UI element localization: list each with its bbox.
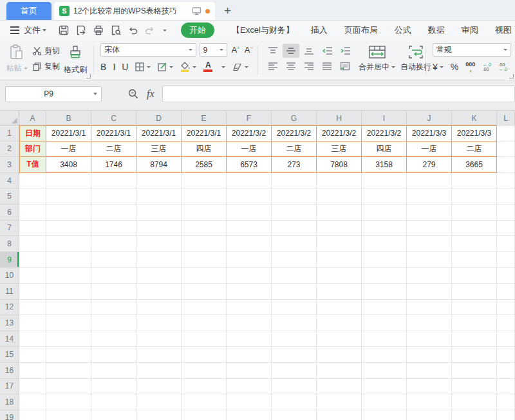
cell-L6[interactable]: [497, 205, 515, 221]
cell-E1[interactable]: 20221/3/1: [182, 125, 227, 142]
wrap-text-button[interactable]: 自动换行: [400, 44, 431, 80]
monitor-icon[interactable]: [192, 6, 201, 15]
cell-E17[interactable]: [182, 379, 227, 395]
align-left-icon[interactable]: [265, 59, 281, 73]
cell-F16[interactable]: [227, 363, 272, 379]
cell-L17[interactable]: [497, 379, 515, 395]
decrease-indent-icon[interactable]: [319, 44, 335, 58]
cell-E6[interactable]: [182, 205, 227, 221]
cell-D16[interactable]: [136, 363, 182, 379]
column-header-C[interactable]: C: [91, 111, 136, 125]
cell-C5[interactable]: [91, 188, 136, 205]
row-header-10[interactable]: 10: [0, 268, 19, 284]
cell-E3[interactable]: 2585: [182, 157, 227, 173]
cell-B11[interactable]: [46, 284, 91, 300]
cell-F13[interactable]: [227, 315, 272, 331]
cell-F2[interactable]: 一店: [227, 142, 272, 158]
cell-I8[interactable]: [362, 236, 407, 252]
cell-F8[interactable]: [227, 236, 272, 252]
cell-K17[interactable]: [452, 379, 497, 395]
cell-I14[interactable]: [362, 331, 407, 347]
cell-L18[interactable]: [497, 394, 515, 410]
cell-B14[interactable]: [46, 331, 91, 347]
cell-H16[interactable]: [317, 363, 362, 379]
cell-G1[interactable]: 20221/3/2: [272, 125, 317, 142]
row-header-14[interactable]: 14: [0, 331, 19, 347]
cell-E7[interactable]: [182, 221, 227, 237]
cell-L11[interactable]: [497, 284, 515, 300]
column-header-D[interactable]: D: [136, 111, 182, 125]
cell-J6[interactable]: [407, 205, 452, 221]
cell-F1[interactable]: 20221/3/2: [227, 125, 272, 142]
cell-J4[interactable]: [407, 173, 452, 189]
cell-I15[interactable]: [362, 347, 407, 363]
font-color-caret-icon[interactable]: [221, 66, 225, 68]
cell-G7[interactable]: [272, 221, 317, 237]
cell-F5[interactable]: [227, 188, 272, 205]
font-size-select[interactable]: 9: [200, 43, 228, 57]
cell-H7[interactable]: [317, 221, 362, 237]
cell-G14[interactable]: [272, 331, 317, 347]
cell-K7[interactable]: [452, 221, 497, 237]
cell-K12[interactable]: [452, 300, 497, 316]
cell-L3[interactable]: [497, 157, 515, 173]
print-icon[interactable]: [93, 24, 104, 36]
cell-J13[interactable]: [407, 315, 452, 331]
undo-icon[interactable]: [127, 25, 138, 36]
cell-I2[interactable]: 四店: [362, 142, 407, 158]
align-right-icon[interactable]: [301, 59, 317, 73]
cell-C1[interactable]: 20221/3/1: [91, 125, 136, 142]
cell-J1[interactable]: 20221/3/3: [407, 125, 452, 142]
cell-G17[interactable]: [272, 379, 317, 395]
cell-K8[interactable]: [452, 236, 497, 252]
cell-L10[interactable]: [497, 268, 515, 284]
cell-H19[interactable]: [317, 410, 362, 420]
cell-F12[interactable]: [227, 300, 272, 316]
cell-J5[interactable]: [407, 188, 452, 205]
currency-button[interactable]: ¥: [433, 61, 444, 73]
cell-I7[interactable]: [362, 221, 407, 237]
cell-K14[interactable]: [452, 331, 497, 347]
cell-G9[interactable]: [272, 252, 317, 268]
row-header-9[interactable]: 9: [0, 252, 19, 268]
thousands-separator-button[interactable]: 000,: [465, 62, 475, 72]
cell-D9[interactable]: [136, 252, 182, 268]
export-icon[interactable]: [75, 24, 87, 36]
cell-A1[interactable]: 日期: [19, 125, 46, 142]
cell-A15[interactable]: [19, 347, 46, 363]
cell-H15[interactable]: [317, 347, 362, 363]
menu-item[interactable]: 页面布局: [344, 24, 378, 36]
cell-L12[interactable]: [497, 300, 515, 316]
cell-A8[interactable]: [19, 236, 46, 252]
cell-K4[interactable]: [452, 173, 497, 189]
cell-D1[interactable]: 20221/3/1: [136, 125, 182, 142]
cell-A3[interactable]: T值: [19, 157, 46, 173]
cell-J12[interactable]: [407, 300, 452, 316]
cell-I10[interactable]: [362, 268, 407, 284]
cell-G4[interactable]: [272, 173, 317, 189]
column-header-L[interactable]: L: [497, 111, 515, 125]
cell-L7[interactable]: [497, 221, 515, 237]
menu-item[interactable]: 数据: [428, 24, 445, 36]
cell-E14[interactable]: [182, 331, 227, 347]
cell-D15[interactable]: [136, 347, 182, 363]
percent-button[interactable]: %: [451, 62, 458, 72]
menu-item[interactable]: 视图: [495, 24, 512, 36]
cell-K11[interactable]: [452, 284, 497, 300]
underline-button[interactable]: U: [122, 62, 128, 72]
cell-J18[interactable]: [407, 394, 452, 410]
redo-icon[interactable]: [144, 25, 155, 36]
cell-H2[interactable]: 三店: [317, 142, 362, 158]
cell-H13[interactable]: [317, 315, 362, 331]
cell-C13[interactable]: [91, 315, 136, 331]
cell-E13[interactable]: [182, 315, 227, 331]
tab-home[interactable]: 首页: [6, 2, 52, 20]
row-header-3[interactable]: 3: [0, 157, 19, 173]
column-header-E[interactable]: E: [182, 111, 227, 125]
cell-C11[interactable]: [91, 284, 136, 300]
cell-L16[interactable]: [497, 363, 515, 379]
cell-I19[interactable]: [362, 410, 407, 420]
cell-J2[interactable]: 一店: [407, 142, 452, 158]
tab-document[interactable]: S 12个比较常用的WPS表格技巧: [54, 2, 215, 20]
cell-F3[interactable]: 6573: [227, 157, 272, 173]
